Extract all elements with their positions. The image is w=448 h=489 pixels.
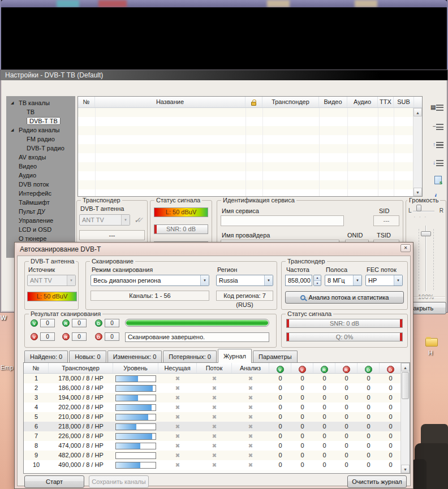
journal-row[interactable]: 4202,000 / 8 / HP✖✖✖000000: [24, 403, 410, 412]
service-name-field[interactable]: [221, 215, 344, 226]
count-cell: 0: [291, 441, 313, 451]
sidebar-item[interactable]: ТВ: [6, 107, 75, 116]
sidebar-item[interactable]: ◢ТВ каналы: [6, 98, 75, 107]
sidebar-item[interactable]: DVB поток: [6, 180, 75, 189]
journal-row[interactable]: 8474,000 / 8 / HP✖✖✖000000: [24, 441, 410, 451]
journal-row[interactable]: 7226,000 / 8 / HP✖✖✖000000: [24, 431, 410, 441]
tab-result[interactable]: Параметры: [253, 350, 298, 362]
dialog-close-icon[interactable]: ✕: [400, 244, 411, 252]
journal-header[interactable]: №ТранспондерУровеньНесущаяПотокАнализVVR…: [24, 363, 410, 374]
spin-down-icon[interactable]: ▼: [314, 280, 321, 285]
column-header[interactable]: SUB: [394, 97, 414, 107]
count-cell: 0: [380, 441, 402, 451]
sidebar-item[interactable]: ◢Радио каналы: [6, 126, 75, 135]
tab-result[interactable]: Потерянных: 0: [163, 350, 217, 362]
clear-journal-button[interactable]: Очистить журнал: [347, 475, 407, 488]
folder-icon[interactable]: [425, 338, 438, 347]
journal-badge-column-header[interactable]: R: [335, 363, 357, 373]
stream-fail-icon: ✖: [197, 451, 232, 460]
tab-result[interactable]: Измененных: 0: [107, 350, 162, 362]
save-channels-button[interactable]: Сохранить каналы: [89, 475, 149, 488]
start-scan-button[interactable]: Старт: [24, 475, 84, 488]
sidebar-item[interactable]: Интерфейс: [6, 189, 75, 198]
journal-column-header[interactable]: Уровень: [113, 363, 158, 373]
journal-scrollbar[interactable]: ▲ ▼: [400, 363, 410, 473]
journal-row[interactable]: 3194,000 / 8 / HP✖✖✖000000: [24, 393, 410, 403]
expand-arrow-icon[interactable]: ◢: [11, 98, 14, 107]
column-header[interactable]: Название: [95, 97, 245, 107]
channel-table-scrollbar[interactable]: ▲ ▼: [413, 108, 422, 196]
sidebar-item[interactable]: Аудио: [6, 171, 75, 180]
scroll-down-icon[interactable]: ▼: [401, 465, 410, 473]
tab-result[interactable]: Найдено: 0: [24, 350, 68, 362]
column-header[interactable]: №: [78, 97, 95, 107]
journal-column-header[interactable]: Поток: [197, 363, 232, 373]
journal-column-header[interactable]: Транспондер: [49, 363, 113, 373]
sidebar-item[interactable]: DVB-T ТВ: [6, 116, 75, 126]
transponder-value-field: ---: [79, 230, 145, 240]
carrier-fail-icon: ✖: [158, 431, 197, 441]
tab-journal-active[interactable]: Журнал: [218, 349, 252, 363]
desktop-icon-label[interactable]: Emp: [1, 364, 14, 371]
analyze-stream-button[interactable]: Анализ потока и статистика: [285, 291, 404, 304]
journal-row[interactable]: 5210,000 / 8 / HP✖✖✖000000: [24, 412, 410, 422]
desktop-icon-label[interactable]: W: [1, 314, 6, 321]
journal-badge-column-header[interactable]: D: [380, 363, 402, 373]
column-header[interactable]: TTX: [378, 97, 394, 107]
column-header[interactable]: Транспондер: [262, 97, 319, 107]
sidebar-item[interactable]: Таймшифт: [6, 198, 75, 207]
spin-up-icon[interactable]: ▲: [314, 275, 321, 280]
column-header[interactable]: Видео: [319, 97, 347, 107]
move-up-icon[interactable]: ↑: [433, 140, 444, 150]
scan-mode-select[interactable]: Весь диапазон региона▼: [91, 275, 209, 286]
journal-badge-column-header[interactable]: V: [269, 363, 291, 373]
journal-row[interactable]: 9482,000 / 8 / HP✖✖✖000000: [24, 451, 410, 460]
bandwidth-select[interactable]: 8 МГц▼: [325, 275, 362, 286]
fec-select[interactable]: HP▼: [365, 275, 403, 286]
sidebar-item[interactable]: Пульт ДУ: [6, 207, 75, 216]
counter-value: 0: [40, 319, 55, 327]
sidebar-item[interactable]: Управление: [6, 216, 75, 225]
video-window-frame[interactable]: [1, 0, 447, 7]
journal-column-header[interactable]: Несущая: [158, 363, 197, 373]
channel-list-icon[interactable]: ▤: [433, 103, 444, 113]
journal-row[interactable]: 10490,000 / 8 / HP✖✖✖000000: [24, 460, 410, 470]
remove-channel-icon[interactable]: −: [433, 122, 444, 132]
frequency-stepper[interactable]: ▲▼: [313, 275, 321, 286]
journal-row[interactable]: 1178,000 / 8 / HP✖✖✖000000: [24, 374, 410, 383]
scroll-up-icon[interactable]: ▲: [401, 363, 410, 371]
sidebar-item[interactable]: FM радио: [6, 135, 75, 144]
count-cell: 0: [380, 422, 402, 431]
journal-column-header[interactable]: Анализ: [232, 363, 269, 373]
sidebar-item[interactable]: LCD и OSD: [6, 225, 75, 234]
balance-thumb[interactable]: [416, 205, 421, 211]
sidebar-item[interactable]: Видео: [6, 162, 75, 171]
scroll-up-icon[interactable]: ▲: [413, 108, 422, 116]
sidebar-item[interactable]: DVB-T радио: [6, 144, 75, 153]
channel-table-header[interactable]: №НазваниеТранспондерВидеоАудиоTTXSUB: [78, 97, 422, 108]
scroll-down-icon[interactable]: ▼: [413, 188, 422, 196]
scroll-thumb[interactable]: [402, 372, 409, 399]
move-down-icon[interactable]: ↓: [433, 158, 444, 168]
tab-result[interactable]: Новых: 0: [69, 350, 106, 362]
export-list-icon[interactable]: [433, 175, 444, 185]
desktop-icon-label[interactable]: H: [428, 349, 433, 356]
column-header[interactable]: Аудио: [347, 97, 378, 107]
frequency-input[interactable]: 858,000: [285, 275, 312, 286]
settings-titlebar[interactable]: Настройки - DVB-T ТВ (Default): [1, 70, 447, 80]
expand-arrow-icon[interactable]: ◢: [11, 126, 14, 135]
journal-badge-column-header[interactable]: D: [357, 363, 380, 373]
volume-slider-thumb[interactable]: [421, 231, 431, 236]
source-select[interactable]: ANT TV▼: [27, 275, 76, 286]
journal-badge-column-header[interactable]: R: [313, 363, 335, 373]
dialog-titlebar[interactable]: Автосканирование DVB-T: [16, 244, 411, 255]
journal-row[interactable]: 6218,000 / 8 / HP✖✖✖000000: [24, 422, 410, 431]
sidebar-item[interactable]: AV входы: [6, 153, 75, 162]
region-select[interactable]: Russia▼: [216, 275, 273, 286]
antenna-source-select[interactable]: ANT TV▼: [79, 214, 130, 226]
column-header[interactable]: [245, 97, 262, 107]
journal-column-header[interactable]: №: [24, 363, 49, 373]
journal-row[interactable]: 2186,000 / 8 / HP✖✖✖000000: [24, 383, 410, 393]
journal-badge-column-header[interactable]: V: [291, 363, 313, 373]
channel-table-body[interactable]: [78, 108, 422, 196]
